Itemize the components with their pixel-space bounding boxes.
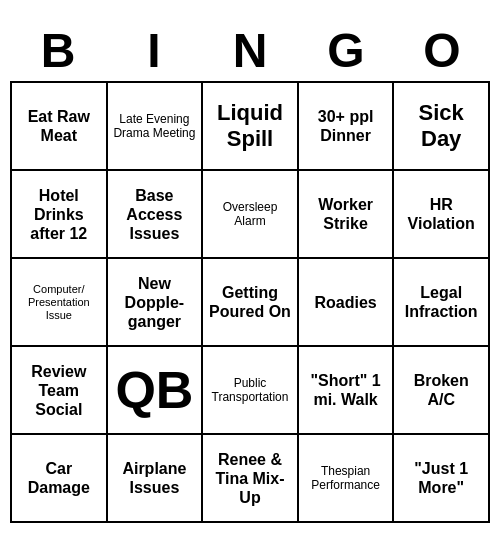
bingo-cell-15: Review Team Social [12, 347, 108, 435]
cell-text-6: Base Access Issues [112, 186, 198, 244]
cell-text-14: Legal Infraction [398, 283, 484, 321]
title-letter-o: O [394, 21, 490, 82]
cell-text-20: Car Damage [16, 459, 102, 497]
cell-text-3: 30+ ppl Dinner [303, 107, 389, 145]
cell-text-1: Late Evening Drama Meeting [112, 112, 198, 141]
cell-text-17: Public Transportation [207, 376, 293, 405]
bingo-cell-12: Getting Poured On [203, 259, 299, 347]
cell-text-9: HR Violation [398, 195, 484, 233]
bingo-cell-0: Eat Raw Meat [12, 83, 108, 171]
cell-text-13: Roadies [314, 293, 376, 312]
bingo-cell-19: Broken A/C [394, 347, 490, 435]
bingo-cell-1: Late Evening Drama Meeting [108, 83, 204, 171]
bingo-cell-24: "Just 1 More" [394, 435, 490, 523]
cell-text-5: Hotel Drinks after 12 [16, 186, 102, 244]
bingo-cell-6: Base Access Issues [108, 171, 204, 259]
bingo-cell-2: Liquid Spill [203, 83, 299, 171]
cell-text-23: Thespian Performance [303, 464, 389, 493]
cell-text-2: Liquid Spill [207, 100, 293, 153]
bingo-cell-18: "Short" 1 mi. Walk [299, 347, 395, 435]
bingo-cell-8: Worker Strike [299, 171, 395, 259]
title-letter-i: I [106, 21, 202, 82]
cell-text-12: Getting Poured On [207, 283, 293, 321]
bingo-cell-14: Legal Infraction [394, 259, 490, 347]
bingo-cell-17: Public Transportation [203, 347, 299, 435]
bingo-card: BINGO Eat Raw MeatLate Evening Drama Mee… [10, 21, 490, 524]
cell-text-18: "Short" 1 mi. Walk [303, 371, 389, 409]
bingo-cell-10: Computer/ Presentation Issue [12, 259, 108, 347]
bingo-cell-16: QB [108, 347, 204, 435]
bingo-grid: Eat Raw MeatLate Evening Drama MeetingLi… [10, 81, 490, 523]
bingo-cell-13: Roadies [299, 259, 395, 347]
cell-text-7: Oversleep Alarm [207, 200, 293, 229]
bingo-cell-3: 30+ ppl Dinner [299, 83, 395, 171]
title-letter-n: N [202, 21, 298, 82]
cell-text-4: Sick Day [398, 100, 484, 153]
cell-text-11: New Dopple- ganger [112, 274, 198, 332]
bingo-cell-22: Renee & Tina Mix-Up [203, 435, 299, 523]
cell-text-8: Worker Strike [303, 195, 389, 233]
bingo-cell-21: Airplane Issues [108, 435, 204, 523]
cell-text-15: Review Team Social [16, 362, 102, 420]
bingo-cell-20: Car Damage [12, 435, 108, 523]
cell-text-16: QB [115, 359, 193, 421]
bingo-cell-5: Hotel Drinks after 12 [12, 171, 108, 259]
bingo-cell-23: Thespian Performance [299, 435, 395, 523]
cell-text-24: "Just 1 More" [398, 459, 484, 497]
bingo-title: BINGO [10, 21, 490, 82]
title-letter-b: B [10, 21, 106, 82]
title-letter-g: G [298, 21, 394, 82]
bingo-cell-7: Oversleep Alarm [203, 171, 299, 259]
cell-text-19: Broken A/C [398, 371, 484, 409]
cell-text-21: Airplane Issues [112, 459, 198, 497]
bingo-cell-9: HR Violation [394, 171, 490, 259]
bingo-cell-11: New Dopple- ganger [108, 259, 204, 347]
cell-text-22: Renee & Tina Mix-Up [207, 450, 293, 508]
cell-text-0: Eat Raw Meat [16, 107, 102, 145]
bingo-cell-4: Sick Day [394, 83, 490, 171]
cell-text-10: Computer/ Presentation Issue [16, 283, 102, 323]
